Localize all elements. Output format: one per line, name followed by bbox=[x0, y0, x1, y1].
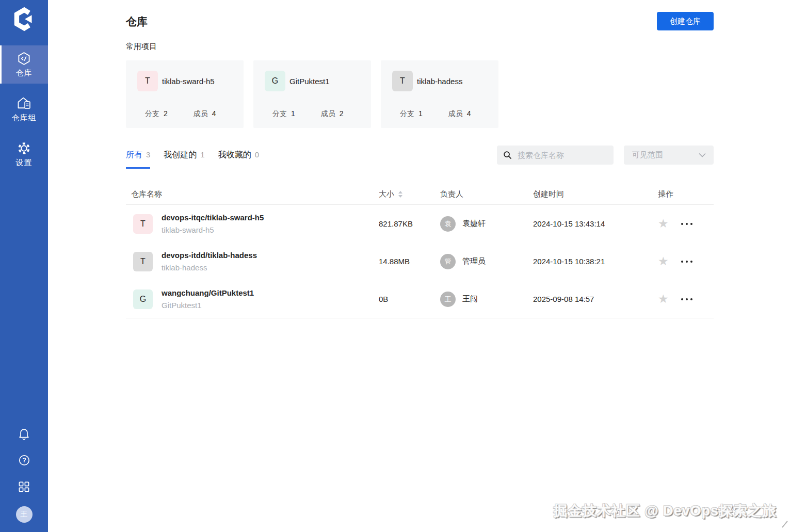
repo-created-time: 2024-10-15 13:43:14 bbox=[533, 219, 658, 228]
owner-avatar: 王 bbox=[440, 292, 456, 307]
repo-group-icon bbox=[17, 95, 32, 111]
col-actions: 操作 bbox=[658, 189, 714, 199]
sidebar-bottom: ? 王 bbox=[0, 427, 48, 523]
frequent-project-cards: T tiklab-sward-h5 分支2 成员4 G GitPuktest1 … bbox=[126, 60, 714, 128]
repo-initial-avatar: T bbox=[133, 252, 153, 271]
sidebar-nav: 仓库 仓库组 设置 bbox=[0, 45, 48, 180]
sidebar-item-settings[interactable]: 设置 bbox=[0, 135, 48, 173]
project-card[interactable]: T tiklab-sward-h5 分支2 成员4 bbox=[126, 60, 244, 128]
table-row[interactable]: T devops-itqc/tiklab-sward-h5 tiklab-swa… bbox=[126, 205, 714, 243]
col-owner: 负责人 bbox=[440, 189, 533, 199]
more-actions-icon[interactable] bbox=[680, 257, 694, 266]
repo-short-name: tiklab-sward-h5 bbox=[162, 225, 264, 234]
repo-short-name: tiklab-hadess bbox=[162, 263, 257, 272]
sidebar-item-repos[interactable]: 仓库 bbox=[0, 45, 48, 84]
repo-size: 0B bbox=[379, 295, 440, 303]
page-title: 仓库 bbox=[126, 14, 714, 29]
sidebar-item-label: 仓库组 bbox=[12, 113, 37, 123]
main-content: 仓库 创建仓库 常用项目 T tiklab-sward-h5 分支2 成员4 G… bbox=[126, 0, 714, 318]
col-size[interactable]: 大小 bbox=[379, 189, 440, 199]
repo-initial-avatar: T bbox=[133, 214, 153, 234]
sidebar-item-repo-groups[interactable]: 仓库组 bbox=[0, 90, 48, 128]
tab-starred-by-me[interactable]: 我收藏的0 bbox=[218, 150, 259, 169]
tab-all[interactable]: 所有3 bbox=[126, 150, 150, 169]
repo-table-header: 仓库名称 大小 负责人 创建时间 操作 bbox=[126, 184, 714, 205]
svg-text:?: ? bbox=[22, 457, 26, 464]
member-stat: 成员2 bbox=[321, 109, 344, 119]
search-icon bbox=[503, 151, 512, 159]
repo-size: 821.87KB bbox=[379, 219, 440, 228]
project-initial-avatar: G bbox=[265, 71, 285, 91]
repo-created-time: 2025-09-08 14:57 bbox=[533, 295, 658, 303]
sidebar-item-label: 设置 bbox=[16, 158, 33, 168]
project-initial-avatar: T bbox=[137, 71, 158, 91]
sidebar-item-label: 仓库 bbox=[16, 68, 33, 78]
branch-stat: 分支1 bbox=[272, 109, 295, 119]
repo-owner: 袁 袁婕轩 bbox=[440, 216, 533, 232]
project-card[interactable]: T tiklab-hadess 分支1 成员4 bbox=[381, 60, 498, 128]
visibility-scope-select[interactable]: 可见范围 bbox=[624, 146, 714, 165]
table-row[interactable]: G wangchuang/GitPuktest1 GitPuktest1 0B … bbox=[126, 280, 714, 318]
settings-gear-icon bbox=[17, 140, 31, 156]
project-name: tiklab-sward-h5 bbox=[162, 77, 215, 86]
search-input[interactable] bbox=[517, 150, 607, 160]
repo-full-name[interactable]: devops-itdd/tiklab-hadess bbox=[162, 251, 257, 260]
sort-icon bbox=[398, 191, 402, 198]
repo-table: 仓库名称 大小 负责人 创建时间 操作 T devops-itqc/tiklab… bbox=[126, 184, 714, 318]
repo-full-name[interactable]: wangchuang/GitPuktest1 bbox=[162, 288, 254, 297]
notifications-bell-icon[interactable] bbox=[18, 427, 31, 441]
repo-size: 14.88MB bbox=[379, 257, 440, 266]
row-actions: ★ bbox=[658, 293, 714, 305]
chevron-down-icon bbox=[699, 153, 706, 157]
repo-full-name[interactable]: devops-itqc/tiklab-sward-h5 bbox=[162, 213, 264, 222]
row-actions: ★ bbox=[658, 218, 714, 230]
help-icon[interactable]: ? bbox=[18, 454, 31, 467]
project-card[interactable]: G GitPuktest1 分支1 成员2 bbox=[253, 60, 371, 128]
repo-created-time: 2024-10-15 10:38:21 bbox=[533, 257, 658, 266]
repo-initial-avatar: G bbox=[133, 289, 153, 309]
create-repo-button[interactable]: 创建仓库 bbox=[657, 12, 714, 30]
code-repo-icon bbox=[17, 50, 31, 67]
owner-avatar: 管 bbox=[440, 254, 456, 269]
repo-short-name: GitPuktest1 bbox=[162, 301, 254, 310]
project-name: tiklab-hadess bbox=[417, 77, 462, 86]
star-icon[interactable]: ★ bbox=[658, 255, 669, 267]
member-stat: 成员4 bbox=[448, 109, 471, 119]
repo-owner: 王 王闯 bbox=[440, 292, 533, 307]
star-icon[interactable]: ★ bbox=[658, 293, 669, 305]
apps-grid-icon[interactable] bbox=[18, 480, 31, 493]
member-stat: 成员4 bbox=[194, 109, 216, 119]
corner-mark-icon bbox=[780, 520, 788, 528]
filters: 可见范围 bbox=[497, 146, 714, 169]
project-initial-avatar: T bbox=[392, 71, 413, 91]
branch-stat: 分支2 bbox=[145, 109, 168, 119]
tab-created-by-me[interactable]: 我创建的1 bbox=[164, 150, 204, 169]
star-icon[interactable]: ★ bbox=[658, 218, 669, 230]
user-avatar[interactable]: 王 bbox=[16, 506, 33, 523]
project-name: GitPuktest1 bbox=[289, 77, 330, 86]
sidebar: 仓库 仓库组 设置 bbox=[0, 0, 48, 532]
app-logo-icon[interactable] bbox=[11, 6, 37, 32]
list-toolbar: 所有3 我创建的1 我收藏的0 可见范围 bbox=[126, 146, 714, 169]
row-actions: ★ bbox=[658, 255, 714, 267]
watermark: 掘金技术社区 @ DevOps探索之旅 bbox=[554, 502, 777, 520]
repo-search[interactable] bbox=[497, 146, 614, 165]
frequent-projects-title: 常用项目 bbox=[126, 42, 714, 52]
col-created: 创建时间 bbox=[533, 189, 658, 199]
table-row[interactable]: T devops-itdd/tiklab-hadess tiklab-hades… bbox=[126, 243, 714, 280]
more-actions-icon[interactable] bbox=[680, 295, 694, 303]
more-actions-icon[interactable] bbox=[680, 220, 694, 228]
repo-tabs: 所有3 我创建的1 我收藏的0 bbox=[126, 146, 259, 169]
col-name: 仓库名称 bbox=[131, 189, 379, 199]
branch-stat: 分支1 bbox=[400, 109, 423, 119]
repo-owner: 管 管理员 bbox=[440, 254, 533, 269]
owner-avatar: 袁 bbox=[440, 216, 456, 232]
